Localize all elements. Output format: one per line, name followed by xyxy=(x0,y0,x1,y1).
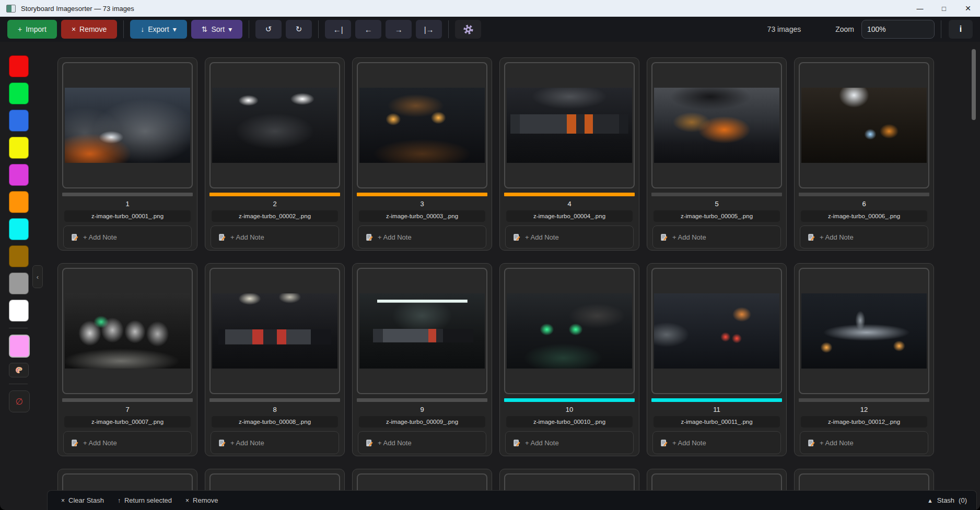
color-swatch-magenta[interactable] xyxy=(9,164,29,186)
caret-down-icon: ▾ xyxy=(173,25,177,33)
export-dropdown-button[interactable]: ↓ Export ▾ xyxy=(130,20,187,39)
thumbnail-image[interactable] xyxy=(65,88,190,163)
color-tag-bar xyxy=(209,398,340,402)
color-swatch-gray[interactable] xyxy=(9,272,29,294)
toolbar-divider xyxy=(941,20,941,38)
memo-icon xyxy=(71,233,78,241)
add-note-button[interactable]: + Add Note xyxy=(358,226,486,248)
thumbnail-image[interactable] xyxy=(212,88,337,163)
add-note-label: + Add Note xyxy=(378,439,412,447)
card-index: 11 xyxy=(647,406,786,413)
sidebar-collapse-handle[interactable]: ‹ xyxy=(32,265,43,288)
memo-icon xyxy=(365,233,373,241)
clear-stash-label: Clear Stash xyxy=(68,496,104,504)
thumbnail-image[interactable] xyxy=(65,293,190,369)
window-controls: — □ × xyxy=(908,0,980,17)
clear-stash-button[interactable]: × Clear Stash xyxy=(61,496,104,504)
maximize-button[interactable]: □ xyxy=(932,0,956,17)
color-tag-bar xyxy=(651,398,782,402)
no-color-button[interactable]: ∅ xyxy=(9,390,30,412)
color-swatch-orange[interactable] xyxy=(9,191,29,213)
thumbnail-image[interactable] xyxy=(801,293,927,369)
return-selected-button[interactable]: ↑ Return selected xyxy=(118,496,172,504)
custom-color-picker-button[interactable] xyxy=(9,363,29,377)
thumbnail-image[interactable] xyxy=(507,88,632,163)
stash-remove-button[interactable]: × Remove xyxy=(185,496,218,504)
memo-icon xyxy=(807,439,815,447)
image-card[interactable]: 6 z-image-turbo_00006_.png + Add Note xyxy=(794,57,934,251)
add-note-label: + Add Note xyxy=(83,439,117,447)
toolbar-divider xyxy=(249,20,249,38)
add-note-button[interactable]: + Add Note xyxy=(63,431,192,454)
window-title: Storyboard Imagesorter — 73 images xyxy=(21,5,134,13)
add-note-button[interactable]: + Add Note xyxy=(652,431,781,454)
image-card[interactable]: 9 z-image-turbo_00009_.png + Add Note xyxy=(352,263,492,456)
add-note-button[interactable]: + Add Note xyxy=(358,431,486,454)
image-card[interactable]: 11 z-image-turbo_00011_.png + Add Note xyxy=(647,263,787,456)
color-swatch-gold[interactable] xyxy=(9,245,29,267)
add-note-button[interactable]: + Add Note xyxy=(63,226,192,248)
image-card[interactable]: 5 z-image-turbo_00005_.png + Add Note xyxy=(647,57,787,251)
color-swatch-green[interactable] xyxy=(9,82,29,104)
settings-button[interactable] xyxy=(455,20,481,39)
import-button[interactable]: + Import xyxy=(7,20,57,39)
thumbnail-image[interactable] xyxy=(801,88,927,163)
title-bar: Storyboard Imagesorter — 73 images — □ × xyxy=(0,0,980,17)
rotate-ccw-icon: ↺ xyxy=(265,25,272,34)
color-swatch-blue[interactable] xyxy=(9,110,29,132)
undo-button[interactable]: ↺ xyxy=(255,20,282,39)
image-count-label: 73 images xyxy=(767,25,801,33)
add-note-button[interactable]: + Add Note xyxy=(800,431,928,454)
stash-toggle[interactable]: ▲ Stash (0) xyxy=(927,496,967,504)
move-to-end-button[interactable]: |→ xyxy=(416,20,442,39)
thumbnail-image[interactable] xyxy=(359,88,485,163)
image-card[interactable]: 12 z-image-turbo_00012_.png + Add Note xyxy=(794,263,934,456)
image-card[interactable]: 2 z-image-turbo_00002_.png + Add Note xyxy=(205,57,345,251)
add-note-button[interactable]: + Add Note xyxy=(505,431,634,454)
add-note-button[interactable]: + Add Note xyxy=(800,226,928,248)
thumbnail-image[interactable] xyxy=(212,293,337,369)
x-icon: × xyxy=(61,497,65,504)
image-card[interactable]: 1 z-image-turbo_00001_.png + Add Note xyxy=(57,57,197,251)
image-card[interactable]: 4 z-image-turbo_00004_.png + Add Note xyxy=(499,57,639,251)
thumbnail-image[interactable] xyxy=(654,293,779,369)
add-note-label: + Add Note xyxy=(820,439,854,447)
add-note-button[interactable]: + Add Note xyxy=(505,226,634,248)
image-card[interactable]: 3 z-image-turbo_00003_.png + Add Note xyxy=(352,57,492,251)
card-filename: z-image-turbo_00007_.png xyxy=(64,416,191,428)
image-card[interactable]: 7 z-image-turbo_00007_.png + Add Note xyxy=(57,263,197,456)
move-left-button[interactable]: ← xyxy=(355,20,381,39)
thumbnail-image[interactable] xyxy=(359,293,485,369)
color-swatch-pink-custom[interactable] xyxy=(9,335,30,358)
vertical-scrollbar[interactable] xyxy=(972,49,976,120)
color-swatch-red[interactable] xyxy=(9,55,29,77)
color-swatch-yellow[interactable] xyxy=(9,137,29,159)
swatch-list: ∅ xyxy=(9,55,30,412)
redo-button[interactable]: ↻ xyxy=(286,20,312,39)
add-note-button[interactable]: + Add Note xyxy=(652,226,781,248)
stash-bar: × Clear Stash ↑ Return selected × Remove… xyxy=(47,490,977,510)
add-note-button[interactable]: + Add Note xyxy=(211,431,339,454)
memo-icon xyxy=(218,233,226,241)
sidebar-divider xyxy=(9,384,28,384)
thumbnail-image[interactable] xyxy=(507,293,632,369)
return-selected-label: Return selected xyxy=(124,496,172,504)
remove-button[interactable]: × Remove xyxy=(61,20,117,39)
sort-dropdown-button[interactable]: ⇅ Sort ▾ xyxy=(191,20,242,39)
card-index: 4 xyxy=(500,200,639,208)
info-button[interactable]: i xyxy=(949,20,973,39)
image-card[interactable]: 8 z-image-turbo_00008_.png + Add Note xyxy=(205,263,345,456)
close-button[interactable]: × xyxy=(956,0,980,17)
sort-arrows-icon: ⇅ xyxy=(202,25,208,33)
add-note-button[interactable]: + Add Note xyxy=(211,226,339,248)
zoom-input[interactable] xyxy=(861,20,935,39)
color-swatch-cyan[interactable] xyxy=(9,218,29,240)
move-to-start-button[interactable]: ←| xyxy=(325,20,351,39)
image-card[interactable]: 10 z-image-turbo_00010_.png + Add Note xyxy=(499,263,639,456)
color-swatch-white[interactable] xyxy=(9,300,29,322)
move-right-button[interactable]: → xyxy=(386,20,412,39)
thumbnail-image[interactable] xyxy=(654,88,779,163)
minimize-button[interactable]: — xyxy=(908,0,932,17)
memo-icon xyxy=(807,233,815,241)
memo-icon xyxy=(660,233,668,241)
